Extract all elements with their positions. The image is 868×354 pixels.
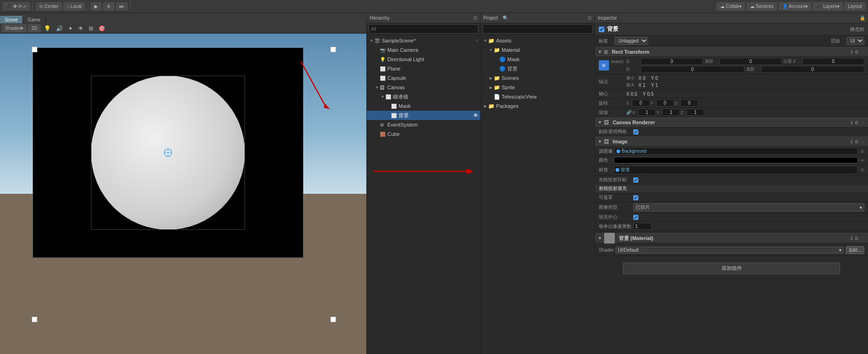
scene-canvas[interactable]: [0, 34, 366, 354]
add-component-btn[interactable]: 添加组件: [623, 262, 840, 274]
scale-y-input[interactable]: [662, 109, 680, 116]
hierarchy-menu-icon[interactable]: ☰: [473, 15, 477, 21]
hierarchy-search-input[interactable]: [369, 24, 478, 34]
cull-checkbox[interactable]: [633, 129, 638, 135]
tab-scene[interactable]: Scene: [0, 16, 23, 23]
light-btn[interactable]: 💡: [42, 24, 53, 33]
source-target-icon[interactable]: ⊙: [861, 149, 864, 154]
tree-item-cube[interactable]: 🟫 Cube: [367, 129, 480, 139]
scene-eye-icon[interactable]: +: [476, 38, 478, 43]
object-active-checkbox[interactable]: [599, 27, 604, 32]
tree-item-background[interactable]: ⬜ 背景 👁: [367, 111, 480, 120]
project-item-telescopic[interactable]: 📄 TelescopicView: [481, 92, 595, 101]
inspector-lock-icon[interactable]: 🔒: [860, 15, 865, 21]
right-val[interactable]: [641, 66, 744, 73]
bg-label: 背景: [399, 112, 409, 119]
rect-menu-btn[interactable]: ⋮: [861, 50, 865, 55]
canvas-renderer-section[interactable]: ▼ 🖼 Canvas Renderer ℹ ⚙ ⋮: [595, 117, 868, 127]
handle-bottom-left[interactable]: [32, 317, 37, 322]
handle-bottom-right[interactable]: [330, 317, 336, 322]
tree-item-canvas[interactable]: ▼ 🖼 Canvas: [367, 83, 480, 92]
layout-btn[interactable]: Layout: [845, 2, 865, 10]
rect-settings-btn[interactable]: ⚙: [854, 50, 859, 55]
audio-btn[interactable]: 🔊: [54, 24, 65, 33]
color-swatch[interactable]: [614, 157, 858, 163]
collab-btn[interactable]: ☁ Collab▾: [717, 2, 745, 10]
account-btn[interactable]: 👤 Account▾: [779, 2, 811, 10]
rot-z-input[interactable]: [680, 99, 698, 106]
material-val[interactable]: 背景: [614, 166, 858, 174]
rot-y-input[interactable]: [656, 99, 674, 106]
project-item-packages[interactable]: ▶ 📁 Packages: [481, 101, 595, 111]
mat-info-btn[interactable]: ℹ: [851, 236, 853, 241]
layers-btn[interactable]: ⬛ Layers▾: [813, 2, 843, 10]
img-settings-btn[interactable]: ⚙: [854, 139, 859, 144]
posz-val[interactable]: [802, 58, 864, 65]
handle-top-right[interactable]: [330, 47, 336, 52]
mat-settings-btn[interactable]: ⚙: [854, 236, 859, 241]
scene-root-item[interactable]: ▼ 🎬 SampleScene* +: [367, 36, 480, 45]
bg-eye-icon[interactable]: 👁: [473, 113, 478, 118]
image-section[interactable]: ▼ 🖼 Image ℹ ⚙ ⋮: [595, 136, 868, 147]
tree-item-main-camera[interactable]: 📷 Main Camera: [367, 45, 480, 55]
top-val[interactable]: [720, 58, 782, 65]
rect-info-btn[interactable]: ℹ: [851, 50, 853, 55]
image-type-dropdown[interactable]: 已切片 ▾: [633, 203, 864, 212]
color-edit-icon[interactable]: ✏: [861, 158, 864, 163]
project-menu-icon[interactable]: ☰: [588, 15, 592, 21]
project-item-scenes[interactable]: ▶ 📁 Scenes: [481, 73, 595, 83]
shaded-btn[interactable]: Shaded▾: [2, 24, 27, 32]
scale-z-input[interactable]: [686, 109, 704, 116]
local-btn[interactable]: ↕ Local: [63, 2, 85, 10]
effects-btn[interactable]: ✦: [66, 24, 75, 33]
source-image-val[interactable]: Background: [615, 148, 858, 155]
project-item-assets[interactable]: ▼ 📁 Assets: [481, 36, 595, 45]
cr-menu-btn[interactable]: ⋮: [861, 120, 865, 125]
project-search-input[interactable]: [483, 24, 593, 34]
cr-settings-btn[interactable]: ⚙: [854, 120, 859, 125]
transform-tools[interactable]: ⬛ ✥ ⟳ ⤢: [3, 2, 30, 10]
bottom-val[interactable]: [761, 66, 865, 73]
mat-menu-btn[interactable]: ⋮: [861, 236, 865, 241]
raycast-checkbox[interactable]: [633, 177, 638, 183]
tree-item-capsule[interactable]: ⬜ Capsule: [367, 73, 480, 83]
img-info-btn[interactable]: ℹ: [851, 139, 853, 144]
layer-select[interactable]: UI: [847, 37, 864, 45]
hidden-btn[interactable]: 👁: [76, 24, 85, 33]
tree-item-eventsystem[interactable]: ⚙ EventSystem: [367, 120, 480, 129]
grid-btn[interactable]: ⊞: [87, 24, 95, 33]
canvas-rect[interactable]: [33, 48, 303, 258]
material-component-section[interactable]: ▼ 背景 (Material) ℹ ⚙ ⋮: [595, 233, 868, 243]
tag-select[interactable]: Untagged: [615, 37, 648, 45]
tree-item-plane[interactable]: ⬜ Plane: [367, 64, 480, 73]
material-target-icon[interactable]: ⊙: [861, 168, 864, 172]
rect-transform-section[interactable]: ▼ ⊞ Rect Transform ℹ ⚙ ⋮: [595, 47, 868, 57]
pause-btn[interactable]: ⏸: [103, 2, 114, 10]
tab-game[interactable]: Game: [23, 16, 45, 23]
project-item-bg-file[interactable]: 🔵 背景: [481, 64, 595, 73]
stretch-icon[interactable]: ⊞: [599, 60, 609, 71]
pivot-btn[interactable]: ⊙ Center: [36, 2, 62, 10]
fill-center-checkbox[interactable]: [633, 215, 638, 220]
step-btn[interactable]: ⏭: [116, 2, 127, 10]
tree-item-mask[interactable]: ⬜ Mask: [367, 101, 480, 111]
gizmos-btn[interactable]: 🎯: [97, 24, 107, 33]
pixels-input[interactable]: [633, 223, 652, 230]
cr-info-btn[interactable]: ℹ: [851, 120, 853, 125]
2d-btn[interactable]: 2D: [28, 24, 41, 32]
tree-item-directional-light[interactable]: 💡 Directional Light: [367, 55, 480, 64]
services-btn[interactable]: ☁ Services: [747, 2, 777, 10]
tree-item-alignment[interactable]: ▼ ⬜ 瞄准镜: [367, 92, 480, 101]
maskable-checkbox[interactable]: [633, 195, 638, 200]
rot-x-input[interactable]: [632, 99, 650, 106]
img-menu-btn[interactable]: ⋮: [861, 139, 865, 144]
shader-dropdown[interactable]: UI/Default ▾: [616, 247, 844, 254]
scale-x-input[interactable]: [638, 109, 656, 116]
left-val[interactable]: [641, 58, 703, 65]
shader-edit-btn[interactable]: Edit...: [846, 246, 864, 254]
play-btn[interactable]: ▶: [91, 2, 101, 10]
project-item-material[interactable]: ▼ 📁 Material: [481, 45, 595, 55]
project-item-mask-file[interactable]: 🔵 Mask: [481, 55, 595, 64]
project-item-sprite[interactable]: ▶ 📁 Sprite: [481, 83, 595, 92]
handle-top-left[interactable]: [32, 47, 37, 52]
